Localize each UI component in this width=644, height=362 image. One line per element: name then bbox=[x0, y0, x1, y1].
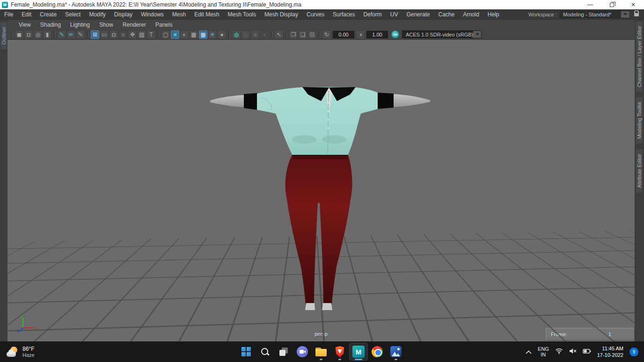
textured-cube-icon[interactable]: ▩ bbox=[190, 30, 198, 39]
photos-icon[interactable] bbox=[387, 343, 405, 361]
search-icon[interactable] bbox=[256, 343, 274, 361]
select-separator[interactable] bbox=[271, 31, 272, 38]
render-separator[interactable] bbox=[228, 31, 230, 38]
menu-deform[interactable]: Deform bbox=[359, 9, 386, 20]
lights-icon[interactable]: ☀ bbox=[208, 30, 217, 39]
snap-separator[interactable] bbox=[11, 31, 13, 38]
camera-lock-icon[interactable]: ◘ bbox=[24, 30, 33, 39]
menu-surfaces[interactable]: Surfaces bbox=[329, 9, 359, 20]
paint-tool-icon[interactable]: ✎ bbox=[58, 30, 66, 39]
tray-time: 11:45 AM bbox=[597, 345, 623, 352]
menu-mesh-display[interactable]: Mesh Display bbox=[260, 9, 302, 20]
panel-menu-bar: ViewShadingLightingShowRendererPanels bbox=[7, 20, 635, 29]
wireframe-cube-icon[interactable]: ▢ bbox=[161, 30, 170, 39]
export-view-icon[interactable]: ⊡ bbox=[308, 30, 316, 39]
workspace-lock-icon[interactable] bbox=[634, 10, 639, 19]
right-tab-modeling-toolkit[interactable]: Modeling Toolkit bbox=[636, 97, 643, 144]
snapshot-icon[interactable]: ❐ bbox=[289, 30, 298, 39]
grid-layout-icon[interactable]: ⊞ bbox=[91, 30, 99, 39]
panel-menu-shading[interactable]: Shading bbox=[36, 20, 66, 29]
chevron-down-icon[interactable] bbox=[473, 31, 481, 38]
copy-separator[interactable] bbox=[285, 31, 287, 38]
workspace-dropdown[interactable]: Modeling - Standard* bbox=[560, 11, 630, 18]
notification-badge[interactable]: 9 bbox=[629, 348, 638, 356]
file-explorer-icon[interactable] bbox=[312, 343, 330, 361]
text-hud-icon[interactable]: T bbox=[147, 30, 155, 39]
wireframe-on-shaded-icon[interactable]: ◐ bbox=[180, 30, 189, 39]
task-view-icon[interactable] bbox=[274, 343, 293, 361]
right-tab-channel-box-layer-editor[interactable]: Channel Box / Layer Editor bbox=[636, 21, 643, 92]
restore-button[interactable] bbox=[601, 0, 622, 9]
film-gate-icon[interactable]: ▭ bbox=[100, 30, 109, 39]
color-space-dropdown[interactable]: ACES 1.0 SDR-video (sRGB) bbox=[402, 30, 482, 38]
zoom-select-icon[interactable]: ✏ bbox=[67, 30, 75, 39]
menu-uv[interactable]: UV bbox=[386, 9, 402, 20]
clock-widget[interactable]: 11:45 AM 17-10-2022 bbox=[597, 345, 623, 358]
layout-separator[interactable] bbox=[87, 31, 88, 38]
language-indicator[interactable]: ENG IN bbox=[538, 346, 549, 357]
panel-menu-lighting[interactable]: Lighting bbox=[66, 20, 95, 29]
menu-create[interactable]: Create bbox=[36, 9, 61, 20]
female-model-mesh[interactable] bbox=[201, 80, 435, 314]
anti-aliasing-icon[interactable]: ○ bbox=[251, 30, 259, 39]
menu-mesh-tools[interactable]: Mesh Tools bbox=[224, 9, 260, 20]
gate-mask-icon[interactable]: ◙ bbox=[119, 30, 127, 39]
depth-of-field-icon[interactable]: ▪ bbox=[260, 30, 269, 39]
menu-file[interactable]: File bbox=[0, 9, 17, 20]
menu-mesh[interactable]: Mesh bbox=[168, 9, 190, 20]
snapshot-stack-icon[interactable]: ❏ bbox=[299, 30, 307, 39]
exposure-field[interactable]: 0.00 bbox=[333, 31, 354, 38]
gamma-icon[interactable]: ◑ bbox=[356, 30, 365, 39]
image-plane-icon[interactable]: ▨ bbox=[138, 30, 146, 39]
pen-tool-icon[interactable]: ✎ bbox=[76, 30, 85, 39]
start-icon[interactable] bbox=[237, 343, 256, 361]
menu-display[interactable]: Display bbox=[110, 9, 137, 20]
field-chart-icon[interactable]: ✥ bbox=[128, 30, 137, 39]
menu-arnold[interactable]: Arnold bbox=[459, 9, 483, 20]
camera-orbit-icon[interactable]: ◎ bbox=[34, 30, 42, 39]
color-management-toggle[interactable]: ON bbox=[391, 30, 399, 38]
brave-icon[interactable] bbox=[330, 343, 349, 361]
menu-edit-mesh[interactable]: Edit Mesh bbox=[190, 9, 223, 20]
panel-menu-panels[interactable]: Panels bbox=[151, 20, 177, 29]
close-button[interactable]: ✕ bbox=[622, 0, 644, 9]
isolate-select-icon[interactable]: ↖ bbox=[275, 30, 283, 39]
panel-menu-renderer[interactable]: Renderer bbox=[118, 20, 151, 29]
exposure-separator[interactable] bbox=[319, 31, 320, 38]
gamma-field[interactable]: 1.00 bbox=[366, 31, 388, 38]
wifi-icon[interactable] bbox=[555, 348, 563, 356]
menu-modify[interactable]: Modify bbox=[85, 9, 110, 20]
shadows-icon[interactable]: ● bbox=[218, 30, 226, 39]
motion-blur-icon[interactable]: ◌ bbox=[242, 30, 250, 39]
chrome-icon[interactable] bbox=[368, 343, 387, 361]
bookmark-icon[interactable]: ▮ bbox=[43, 30, 51, 39]
minimize-button[interactable]: — bbox=[579, 0, 601, 9]
menu-curves[interactable]: Curves bbox=[302, 9, 329, 20]
chat-icon[interactable] bbox=[293, 343, 312, 361]
resolution-gate-icon[interactable]: ◘ bbox=[110, 30, 118, 39]
volume-muted-icon[interactable] bbox=[569, 348, 577, 356]
left-tab-outliner[interactable]: Outliner bbox=[0, 22, 7, 50]
maya-icon[interactable]: M bbox=[349, 343, 368, 361]
menu-windows[interactable]: Windows bbox=[137, 9, 168, 20]
ambient-occlusion-icon[interactable]: ◍ bbox=[232, 30, 241, 39]
tool-separator[interactable] bbox=[54, 31, 55, 38]
tray-chevron-up-icon[interactable] bbox=[526, 348, 532, 356]
battery-charging-icon[interactable] bbox=[583, 348, 591, 356]
textured-sphere-icon[interactable]: ▦ bbox=[199, 30, 207, 39]
chevron-down-icon[interactable] bbox=[621, 11, 629, 18]
menu-generate[interactable]: Generate bbox=[402, 9, 434, 20]
panel-menu-show[interactable]: Show bbox=[95, 20, 118, 29]
panel-menu-view[interactable]: View bbox=[14, 20, 36, 29]
menu-select[interactable]: Select bbox=[61, 9, 85, 20]
shading-separator[interactable] bbox=[158, 31, 159, 38]
menu-cache[interactable]: Cache bbox=[434, 9, 459, 20]
menu-edit[interactable]: Edit bbox=[17, 9, 36, 20]
menu-help[interactable]: Help bbox=[483, 9, 504, 20]
perspective-viewport[interactable]: y x z persp Frame: 1 bbox=[7, 40, 635, 341]
weather-widget[interactable]: 86°F Haze bbox=[0, 346, 103, 358]
shaded-cube-icon[interactable]: ■ bbox=[171, 30, 179, 39]
camera-icon[interactable]: ◼ bbox=[15, 30, 23, 39]
exposure-icon[interactable]: ↻ bbox=[322, 30, 331, 39]
right-tab-attribute-editor[interactable]: Attribute Editor bbox=[636, 149, 643, 193]
